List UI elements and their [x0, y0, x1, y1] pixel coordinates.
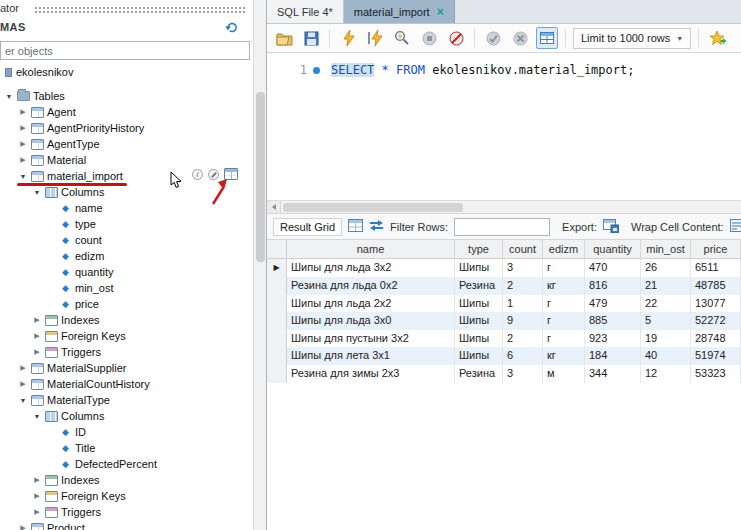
refresh-results-icon[interactable]	[369, 219, 384, 234]
expand-arrow-icon[interactable]: ▶	[32, 332, 42, 340]
cell-name[interactable]: Резина для зимы 2x3	[287, 365, 455, 383]
tree-item-materialsupplier[interactable]: ▶MaterialSupplier	[0, 360, 253, 376]
cell-quantity[interactable]: 885	[585, 312, 641, 330]
cell-name[interactable]: Шипы для льда 3x0	[287, 312, 455, 330]
cell-min_ost[interactable]: 22	[641, 295, 691, 313]
cell-min_ost[interactable]: 19	[641, 330, 691, 348]
rollback-icon[interactable]	[509, 27, 531, 49]
expand-arrow-icon[interactable]: ▶	[32, 508, 42, 516]
filter-objects-input[interactable]	[0, 41, 250, 60]
cell-quantity[interactable]: 184	[585, 347, 641, 365]
expand-arrow-icon[interactable]: ▶	[32, 492, 42, 500]
refresh-schemas-icon[interactable]	[225, 21, 239, 36]
cell-edizm[interactable]: м	[543, 365, 585, 383]
cell-quantity[interactable]: 479	[585, 295, 641, 313]
collapse-arrow-icon[interactable]: ▼	[18, 397, 28, 404]
execute-icon[interactable]	[337, 27, 359, 49]
cell-price[interactable]: 13077	[691, 295, 741, 313]
cell-type[interactable]: Шипы	[455, 295, 503, 313]
column-header-name[interactable]: name	[287, 240, 455, 259]
editor-horizontal-scrollbar[interactable]	[267, 200, 741, 214]
cell-price[interactable]: 6511	[691, 259, 741, 277]
close-tab-icon[interactable]: ×	[437, 6, 444, 18]
collapse-arrow-icon[interactable]: ▼	[32, 413, 42, 420]
cell-name[interactable]: Шипы для льда 3x2	[287, 259, 455, 277]
table-row[interactable]: Шипы для льда 3x0Шипы9г885552272	[267, 312, 741, 330]
column-header-price[interactable]: price	[691, 240, 741, 259]
cell-min_ost[interactable]: 12	[641, 365, 691, 383]
cell-name[interactable]: Шипы для льда 2x2	[287, 295, 455, 313]
cell-price[interactable]: 28748	[691, 330, 741, 348]
cell-count[interactable]: 2	[503, 330, 543, 348]
cell-price[interactable]: 51974	[691, 347, 741, 365]
column-header-count[interactable]: count	[503, 240, 543, 259]
cell-quantity[interactable]: 344	[585, 365, 641, 383]
export-icon[interactable]	[603, 219, 619, 235]
cell-type[interactable]: Шипы	[455, 312, 503, 330]
expand-arrow-icon[interactable]: ▶	[18, 524, 28, 530]
cell-edizm[interactable]: кг	[543, 347, 585, 365]
cell-edizm[interactable]: г	[543, 259, 585, 277]
new-snippet-icon[interactable]	[706, 27, 728, 49]
sql-statement[interactable]: SELECT * FROM ekolesnikov.material_impor…	[331, 63, 634, 77]
tree-item-indexes[interactable]: ▶Indexes	[0, 472, 253, 488]
expand-arrow-icon[interactable]: ▶	[32, 348, 42, 356]
tree-item-type[interactable]: ◆type	[0, 216, 253, 232]
cell-price[interactable]: 52272	[691, 312, 741, 330]
tree-item-agentpriorityhistory[interactable]: ▶AgentPriorityHistory	[0, 120, 253, 136]
expand-arrow-icon[interactable]: ▶	[18, 108, 28, 116]
stop-on-error-icon[interactable]	[445, 27, 467, 49]
sidebar-scrollbar[interactable]	[253, 0, 266, 530]
execute-current-icon[interactable]	[364, 27, 386, 49]
tree-item-materialcounthistory[interactable]: ▶MaterialCountHistory	[0, 376, 253, 392]
table-row[interactable]: Шипы для льда 2x2Шипы1г4792213077	[267, 295, 741, 313]
cell-min_ost[interactable]: 21	[641, 277, 691, 295]
save-script-icon[interactable]	[300, 27, 322, 49]
filter-rows-input[interactable]	[454, 218, 550, 236]
tab-material-import[interactable]: material_import ×	[344, 0, 455, 23]
cell-type[interactable]: Шипы	[455, 347, 503, 365]
expand-arrow-icon[interactable]: ▶	[18, 364, 28, 372]
wrap-cell-content-icon[interactable]	[730, 219, 741, 234]
tree-item-tables[interactable]: ▼Tables	[0, 88, 253, 104]
tree-item-product[interactable]: ▶Product	[0, 520, 253, 530]
tree-item-triggers[interactable]: ▶Triggers	[0, 504, 253, 520]
tree-item-material[interactable]: ▶Material	[0, 152, 253, 168]
column-header-edizm[interactable]: edizm	[543, 240, 585, 259]
cell-name[interactable]: Шипы для лета 3x1	[287, 347, 455, 365]
table-row[interactable]: Шипы для лета 3x1Шипы6кг1844051974	[267, 347, 741, 365]
table-row[interactable]: Резина для льда 0x2Резина2кг8162148785	[267, 277, 741, 295]
panel-drag-handle[interactable]	[34, 6, 247, 13]
cell-type[interactable]: Шипы	[455, 259, 503, 277]
tree-item-agenttype[interactable]: ▶AgentType	[0, 136, 253, 152]
cell-type[interactable]: Резина	[455, 365, 503, 383]
tree-item-triggers[interactable]: ▶Triggers	[0, 344, 253, 360]
result-grid-tab[interactable]: Result Grid	[273, 218, 342, 236]
cell-price[interactable]: 48785	[691, 277, 741, 295]
scrollbar-thumb[interactable]	[283, 203, 463, 212]
tree-item-indexes[interactable]: ▶Indexes	[0, 312, 253, 328]
cell-quantity[interactable]: 923	[585, 330, 641, 348]
expand-arrow-icon[interactable]: ▶	[32, 316, 42, 324]
commit-icon[interactable]	[482, 27, 504, 49]
tree-item-title[interactable]: ◆Title	[0, 440, 253, 456]
cell-min_ost[interactable]: 40	[641, 347, 691, 365]
tree-item-materialtype[interactable]: ▼MaterialType	[0, 392, 253, 408]
expand-arrow-icon[interactable]: ▶	[18, 156, 28, 164]
column-header-type[interactable]: type	[455, 240, 503, 259]
expand-arrow-icon[interactable]: ▶	[18, 380, 28, 388]
explain-icon[interactable]	[391, 27, 413, 49]
open-script-icon[interactable]	[273, 27, 295, 49]
cell-quantity[interactable]: 470	[585, 259, 641, 277]
table-row[interactable]: ▶Шипы для льда 3x2Шипы3г470266511	[267, 259, 741, 277]
table-row[interactable]: Резина для зимы 2x3Резина3м3441253323	[267, 365, 741, 383]
expand-arrow-icon[interactable]: ▶	[18, 140, 28, 148]
tree-item-foreign-keys[interactable]: ▶Foreign Keys	[0, 488, 253, 504]
cell-count[interactable]: 3	[503, 259, 543, 277]
cell-count[interactable]: 9	[503, 312, 543, 330]
sql-code-editor[interactable]: 1 SELECT * FROM ekolesnikov.material_imp…	[267, 53, 741, 200]
row-selector[interactable]	[267, 312, 287, 330]
cell-name[interactable]: Резина для льда 0x2	[287, 277, 455, 295]
tree-item-agent[interactable]: ▶Agent	[0, 104, 253, 120]
row-selector[interactable]	[267, 365, 287, 383]
